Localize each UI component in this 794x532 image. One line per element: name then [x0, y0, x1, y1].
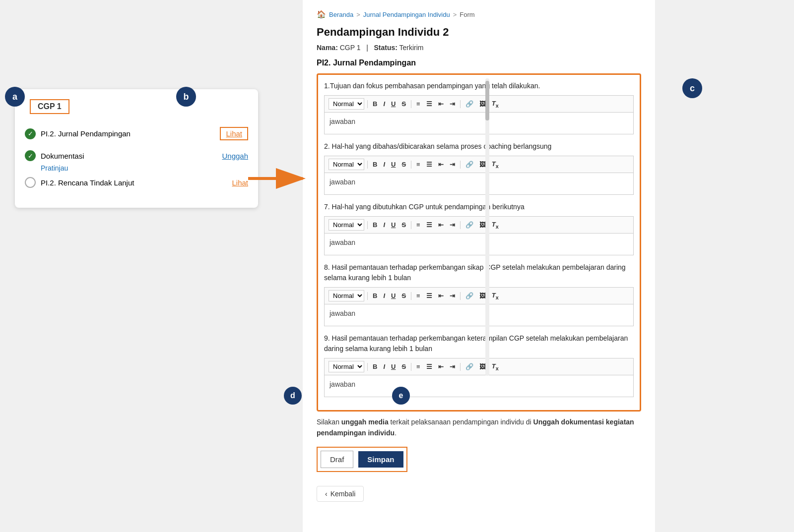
editor-9[interactable]: jawaban — [324, 375, 634, 397]
toolbar-7-clear[interactable]: Tx — [490, 220, 501, 231]
toolbar-9-normal[interactable]: Normal — [329, 361, 364, 372]
check-icon-2: ✓ — [25, 150, 36, 161]
toolbar-8-bold[interactable]: B — [371, 291, 379, 300]
badge-c: c — [682, 78, 702, 98]
toolbar-1-indent-left[interactable]: ⇤ — [436, 99, 446, 109]
toolbar-8-ul[interactable]: ☰ — [424, 291, 434, 300]
toolbar-2-strike[interactable]: S — [399, 160, 408, 169]
badge-a: a — [5, 87, 25, 107]
toolbar-1-link[interactable]: 🔗 — [463, 99, 475, 109]
list-item-left: ✓ PI.2. Jurnal Pendampingan — [25, 128, 131, 139]
toolbar-9-link[interactable]: 🔗 — [463, 362, 475, 371]
editor-8[interactable]: jawaban — [324, 304, 634, 326]
toolbar-7-link[interactable]: 🔗 — [463, 220, 475, 230]
scrollbar-thumb[interactable] — [485, 81, 489, 120]
toolbar-1-ul[interactable]: ☰ — [424, 99, 434, 109]
back-label: Kembali — [331, 490, 356, 498]
breadcrumb: 🏠 Beranda > Jurnal Pendampingan Individu… — [317, 10, 641, 19]
form-outer-box: 1.Tujuan dan fokus pembahasan pendamping… — [317, 73, 641, 412]
question-7-block: 7. Hal-hal yang dibutuhkan CGP untuk pen… — [324, 202, 634, 255]
toolbar-2-clear[interactable]: Tx — [490, 159, 501, 170]
toolbar-9-clear[interactable]: Tx — [490, 361, 501, 372]
toolbar-2-ol[interactable]: ≡ — [414, 160, 422, 169]
toolbar-7: Normal B I U S ≡ ☰ ⇤ ⇥ 🔗 🖼 Tx — [324, 216, 634, 233]
toolbar-1-ol[interactable]: ≡ — [414, 99, 422, 109]
toolbar-8-ol[interactable]: ≡ — [414, 291, 422, 300]
toolbar-1-underline[interactable]: U — [389, 99, 397, 109]
toolbar-9-strike[interactable]: S — [399, 362, 408, 371]
toolbar-1-clear[interactable]: Tx — [490, 99, 501, 110]
toolbar-8-clear[interactable]: Tx — [490, 291, 501, 301]
toolbar-2-italic[interactable]: I — [381, 160, 387, 169]
toolbar-7-ul[interactable]: ☰ — [424, 220, 434, 230]
upload-link-text[interactable]: unggah media — [341, 418, 389, 426]
question-8-text: 8. Hasil pemantauan terhadap perkembanga… — [324, 262, 634, 283]
badge-d: d — [284, 387, 302, 405]
toolbar-7-underline[interactable]: U — [389, 220, 397, 230]
question-1-text: 1.Tujuan dan fokus pembahasan pendamping… — [324, 81, 634, 91]
toolbar-2-bold[interactable]: B — [371, 160, 379, 169]
toolbar-9-indent-right[interactable]: ⇥ — [448, 362, 457, 371]
lihat-link-1[interactable]: Lihat — [220, 127, 248, 140]
question-9-block: 9. Hasil pemantauan terhadap perkembanga… — [324, 333, 634, 397]
toolbar-8-link[interactable]: 🔗 — [463, 291, 475, 300]
toolbar-8-indent-left[interactable]: ⇤ — [436, 291, 446, 300]
left-panel: CGP 1 ✓ PI.2. Jurnal Pendampingan Lihat … — [15, 89, 258, 208]
toolbar-8-strike[interactable]: S — [399, 291, 408, 300]
toolbar-7-ol[interactable]: ≡ — [414, 220, 422, 230]
back-button[interactable]: ‹ Kembali — [317, 486, 364, 502]
page-title: Pendampingan Individu 2 — [317, 26, 641, 39]
toolbar-8-normal[interactable]: Normal — [329, 290, 364, 301]
toolbar-9-italic[interactable]: I — [381, 362, 387, 371]
toolbar-1-indent-right[interactable]: ⇥ — [448, 99, 457, 109]
pratinjau-link[interactable]: Pratinjau — [41, 164, 248, 172]
toolbar-7-italic[interactable]: I — [381, 220, 387, 230]
toolbar-1-normal[interactable]: Normal — [329, 98, 364, 110]
right-panel: 🏠 Beranda > Jurnal Pendampingan Individu… — [303, 0, 655, 532]
toolbar-7-normal[interactable]: Normal — [329, 219, 364, 231]
editor-1[interactable]: jawaban — [324, 112, 634, 134]
toolbar-7-indent-left[interactable]: ⇤ — [436, 220, 446, 230]
toolbar-8-indent-right[interactable]: ⇥ — [448, 291, 457, 300]
badge-b: b — [176, 87, 196, 107]
breadcrumb-link1[interactable]: Jurnal Pendampingan Individu — [363, 11, 450, 18]
toolbar-2-link[interactable]: 🔗 — [463, 160, 475, 169]
home-icon: 🏠 — [317, 10, 326, 19]
toolbar-7-indent-right[interactable]: ⇥ — [448, 220, 457, 230]
editor-7-content: jawaban — [330, 238, 355, 246]
toolbar-2-indent-left[interactable]: ⇤ — [436, 160, 446, 169]
question-1-block: 1.Tujuan dan fokus pembahasan pendamping… — [324, 81, 634, 134]
simpan-button[interactable]: Simpan — [358, 451, 403, 468]
toolbar-9-ol[interactable]: ≡ — [414, 362, 422, 371]
toolbar-8-italic[interactable]: I — [381, 291, 387, 300]
toolbar-9-ul[interactable]: ☰ — [424, 362, 434, 371]
status-value: Terkirim — [399, 44, 424, 52]
editor-2[interactable]: jawaban — [324, 173, 634, 195]
toolbar-1-bold[interactable]: B — [371, 99, 379, 109]
toolbar-9-bold[interactable]: B — [371, 362, 379, 371]
toolbar-9-indent-left[interactable]: ⇤ — [436, 362, 446, 371]
toolbar-8-underline[interactable]: U — [389, 291, 397, 300]
toolbar-2-ul[interactable]: ☰ — [424, 160, 434, 169]
toolbar-7-strike[interactable]: S — [399, 220, 408, 230]
check-icon-1: ✓ — [25, 128, 36, 139]
badge-e: e — [392, 387, 410, 405]
toolbar-9-underline[interactable]: U — [389, 362, 397, 371]
editor-7[interactable]: jawaban — [324, 233, 634, 255]
unggah-link[interactable]: Unggah — [222, 152, 248, 160]
breadcrumb-home[interactable]: Beranda — [329, 11, 353, 18]
toolbar-8: Normal B I U S ≡ ☰ ⇤ ⇥ 🔗 🖼 Tx — [324, 287, 634, 304]
toolbar-2-indent-right[interactable]: ⇥ — [448, 160, 457, 169]
toolbar-1-italic[interactable]: I — [381, 99, 387, 109]
sep-1: > — [356, 11, 360, 18]
draf-button[interactable]: Draf — [321, 451, 353, 468]
button-row: Draf Simpan — [317, 447, 407, 472]
toolbar-1-strike[interactable]: S — [399, 99, 408, 109]
question-2-block: 2. Hal-hal yang dibahas/dibicarakan sela… — [324, 141, 634, 195]
scrollbar[interactable] — [485, 78, 489, 376]
toolbar-7-bold[interactable]: B — [371, 220, 379, 230]
toolbar-2-normal[interactable]: Normal — [329, 159, 364, 170]
meta-info: Nama: CGP 1 | Status: Terkirim — [317, 44, 641, 52]
toolbar-2-underline[interactable]: U — [389, 160, 397, 169]
editor-9-content: jawaban — [330, 380, 355, 388]
